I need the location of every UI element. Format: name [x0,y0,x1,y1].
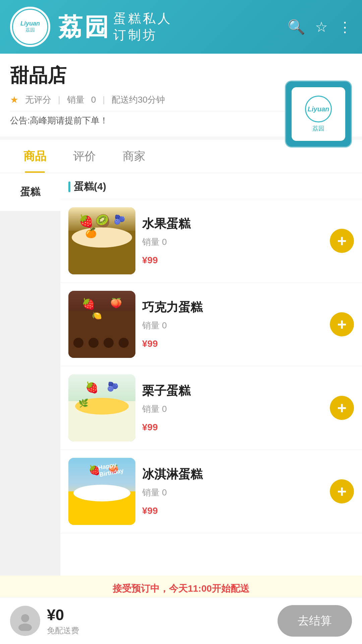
store-sales-label: 销量 [67,94,84,106]
notice-text: 公告:高峰期请提前下单！ [10,115,108,126]
product-item-chocolate-cake: 🍓 🍑 🍋 巧克力蛋糕 销量 0 ¥99 + [60,283,362,366]
category-item-cakes[interactable]: 蛋糕 [0,173,60,211]
tab-reviews[interactable]: 评价 [60,140,109,173]
product-item-icecream-cake: 🍓 🍑 Happy Birthday 冰淇淋蛋糕 销量 0 ¥99 + [60,450,362,533]
add-chocolate-cake-button[interactable]: + [330,312,354,336]
icecream-cake-name: 冰淇淋蛋糕 [142,466,323,483]
header-title: 荔园 [58,15,111,39]
add-fruit-cake-button[interactable]: + [330,229,354,253]
fruit-cake-sales: 销量 0 [142,236,323,248]
notification-main: 接受预订中，今天11:00开始配送 [10,582,352,595]
store-sales-value: 0 [91,95,96,105]
header-subtitle: 蛋糕私人订制坊 [113,10,172,44]
product-item-fruit-cake: 🍓 🥝 🫐 🍊 水果蛋糕 销量 0 ¥99 + [60,199,362,283]
bottom-bar: ¥0 免配送费 去结算 [0,597,362,644]
checkout-button[interactable]: 去结算 [278,605,352,637]
cart-info: ¥0 免配送费 [47,606,278,636]
store-logo: Liyuan 荔园 [10,7,50,47]
favorite-icon[interactable]: ☆ [315,19,328,35]
cart-avatar [10,606,40,636]
icecream-cake-image: 🍓 🍑 Happy Birthday [68,458,135,525]
svg-point-1 [18,624,32,631]
chestnut-cake-image: 🍓 🫐 🌿 [68,374,135,441]
product-section-header: 蛋糕(4) [60,173,362,199]
fruit-cake-image: 🍓 🥝 🫐 🍊 [68,207,135,274]
header: Liyuan 荔园 荔园 蛋糕私人订制坊 🔍 ☆ ⋮ [0,0,362,54]
icecream-cake-price: ¥99 [142,502,323,517]
fruit-cake-info: 水果蛋糕 销量 0 ¥99 [142,216,323,266]
content-area: 蛋糕 蛋糕(4) 🍓 🥝 🫐 🍊 水果蛋糕 [0,173,362,576]
chestnut-cake-price: ¥99 [142,418,323,433]
chocolate-cake-sales: 销量 0 [142,320,323,331]
chestnut-cake-sales: 销量 0 [142,403,323,415]
icecream-cake-info: 冰淇淋蛋糕 销量 0 ¥99 [142,466,323,517]
chestnut-cake-name: 栗子蛋糕 [142,383,323,399]
store-card-overlay: Liyuan 荔园 [285,80,352,148]
category-sidebar: 蛋糕 [0,173,60,576]
header-actions: 🔍 ☆ ⋮ [288,19,352,35]
fruit-cake-name: 水果蛋糕 [142,216,323,232]
chestnut-cake-info: 栗子蛋糕 销量 0 ¥99 [142,383,323,433]
product-list: 蛋糕(4) 🍓 🥝 🫐 🍊 水果蛋糕 销量 0 [60,173,362,576]
chocolate-cake-name: 巧克力蛋糕 [142,299,323,316]
add-chestnut-cake-button[interactable]: + [330,396,354,420]
search-icon[interactable]: 🔍 [288,19,305,35]
tab-merchant[interactable]: 商家 [109,140,159,173]
chocolate-cake-info: 巧克力蛋糕 销量 0 ¥99 [142,299,323,350]
product-item-chestnut-cake: 🍓 🫐 🌿 栗子蛋糕 销量 0 ¥99 + [60,366,362,450]
chocolate-cake-image: 🍓 🍑 🍋 [68,291,135,358]
cart-free-delivery: 免配送费 [47,625,278,636]
fruit-cake-price: ¥99 [142,251,323,266]
cart-price: ¥0 [47,606,278,624]
tab-products[interactable]: 商品 [10,140,60,173]
more-icon[interactable]: ⋮ [338,19,352,35]
add-icecream-cake-button[interactable]: + [330,479,354,503]
icecream-cake-sales: 销量 0 [142,487,323,498]
store-delivery: 配送约30分钟 [112,94,165,106]
chocolate-cake-price: ¥99 [142,335,323,350]
store-rating: 无评分 [25,94,51,106]
svg-point-0 [21,614,29,622]
rating-star-icon: ★ [10,94,18,105]
product-section-title: 蛋糕(4) [74,180,106,194]
